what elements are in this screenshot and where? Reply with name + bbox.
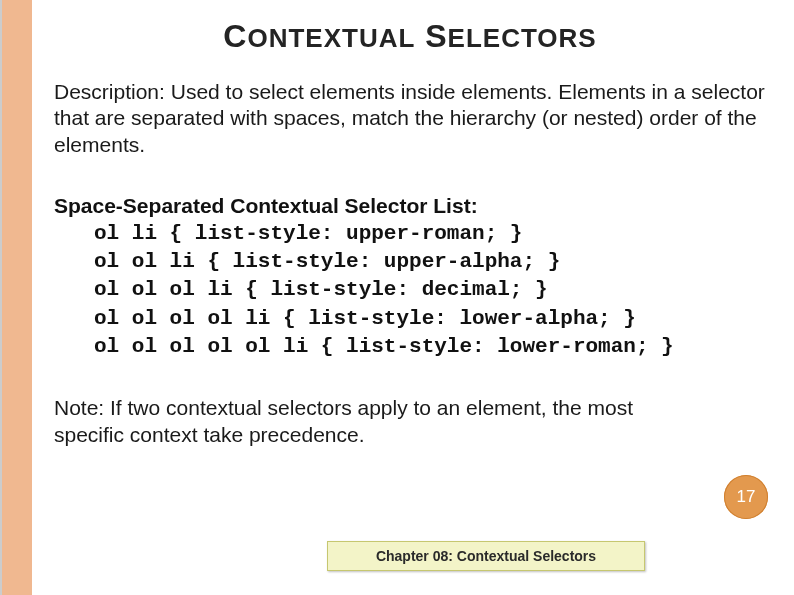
code-line: ol li { list-style: upper-roman; } bbox=[94, 222, 522, 245]
code-line: ol ol li { list-style: upper-alpha; } bbox=[94, 250, 560, 273]
code-line: ol ol ol ol li { list-style: lower-alpha… bbox=[94, 307, 636, 330]
code-line: ol ol ol li { list-style: decimal; } bbox=[94, 278, 548, 301]
code-block: ol li { list-style: upper-roman; } ol ol… bbox=[94, 220, 770, 362]
page-number-badge: 17 bbox=[724, 475, 768, 519]
code-list-header: Space-Separated Contextual Selector List… bbox=[54, 194, 766, 218]
title-word2-cap: S bbox=[425, 18, 447, 54]
chapter-label: Chapter 08: Contextual Selectors bbox=[376, 548, 596, 564]
title-word2-rest: ELECTORS bbox=[448, 23, 597, 53]
left-accent-stripe bbox=[0, 0, 32, 595]
slide-content: CONTEXTUAL SELECTORS Description: Used t… bbox=[40, 0, 780, 595]
slide-title: CONTEXTUAL SELECTORS bbox=[50, 18, 770, 55]
note-text: Note: If two contextual selectors apply … bbox=[54, 395, 640, 448]
code-line: ol ol ol ol ol li { list-style: lower-ro… bbox=[94, 335, 674, 358]
chapter-label-bar: Chapter 08: Contextual Selectors bbox=[327, 541, 645, 571]
title-word1-rest: ONTEXTUAL bbox=[247, 23, 415, 53]
description-text: Description: Used to select elements ins… bbox=[54, 79, 766, 158]
title-word1-cap: C bbox=[223, 18, 247, 54]
page-number: 17 bbox=[737, 487, 756, 507]
